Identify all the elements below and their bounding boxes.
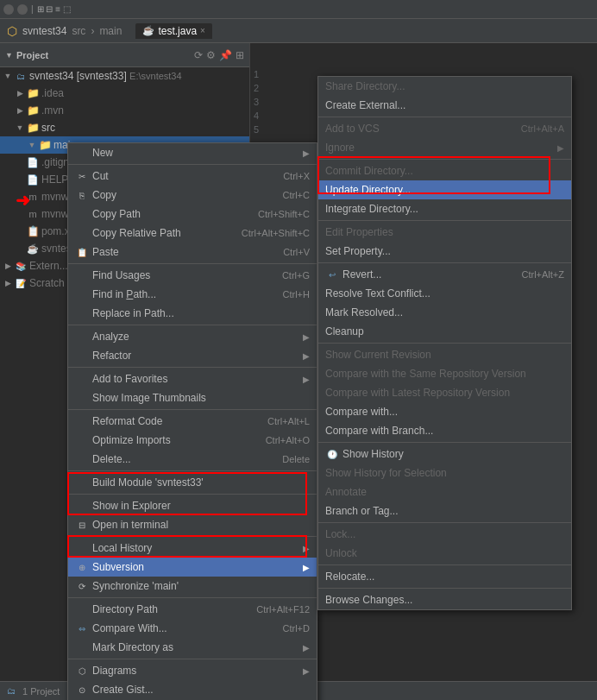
- menu-item-open-terminal[interactable]: ⊟ Open in terminal: [68, 515, 317, 534]
- menu-item-new[interactable]: New ▶: [68, 143, 317, 162]
- svn-menu-item-show-current-rev[interactable]: Show Current Revision: [318, 345, 571, 364]
- svn-menu-item-resolve-conflict[interactable]: Resolve Text Conflict...: [318, 284, 571, 303]
- svn-menu-item-add-vcs[interactable]: Add to VCS Ctrl+Alt+A: [318, 119, 571, 138]
- svn-sep-3: [318, 220, 571, 221]
- menu-item-subversion[interactable]: ⊕ Subversion ▶: [68, 558, 317, 577]
- menu-label-build: Build Module 'svntest33': [92, 476, 310, 489]
- menu-item-analyze[interactable]: Analyze ▶: [68, 327, 317, 346]
- svn-menu-item-edit-props[interactable]: Edit Properties: [318, 223, 571, 242]
- menu-item-refactor[interactable]: Refactor ▶: [68, 346, 317, 365]
- svn-menu-item-mark-resolved[interactable]: Mark Resolved...: [318, 303, 571, 322]
- menu-item-cut[interactable]: ✂ Cut Ctrl+X: [68, 167, 317, 186]
- svn-label-compare-same: Compare with the Same Repository Version: [325, 368, 564, 380]
- refactor-arrow: ▶: [303, 351, 310, 361]
- menu-item-dir-path[interactable]: Directory Path Ctrl+Alt+F12: [68, 600, 317, 619]
- favorites-icon: [75, 372, 89, 386]
- copy-path-icon: [75, 207, 89, 221]
- svn-menu-item-annotate[interactable]: Annotate: [318, 482, 571, 501]
- menu-item-compare-with[interactable]: ⇔ Compare With... Ctrl+D: [68, 619, 317, 638]
- build-icon: [75, 476, 89, 489]
- menu-item-find-usages[interactable]: Find Usages Ctrl+G: [68, 266, 317, 285]
- menu-item-find-path[interactable]: Find in Path... Ctrl+H: [68, 285, 317, 304]
- menu-item-reformat[interactable]: Reformat Code Ctrl+Alt+L: [68, 412, 317, 431]
- tree-label-mvnw: mvnw: [41, 191, 68, 203]
- subversion-arrow: ▶: [303, 563, 310, 572]
- svn-menu-item-relocate[interactable]: Relocate...: [318, 567, 571, 586]
- svn-label-resolve-conflict: Resolve Text Conflict...: [325, 287, 564, 300]
- toolbar-text: ⊞ ⊟ ≡ ⬚: [37, 4, 71, 14]
- svn-menu-item-commit[interactable]: Commit Directory...: [318, 161, 571, 180]
- menu-item-copy-relative[interactable]: Copy Relative Path Ctrl+Alt+Shift+C: [68, 224, 317, 243]
- menu-label-show-explorer: Show in Explorer: [92, 500, 310, 512]
- delete-icon: [75, 452, 89, 466]
- svn-menu-item-update[interactable]: Update Directory...: [318, 180, 571, 199]
- sep-2: [68, 263, 317, 264]
- menu-label-copy-relative: Copy Relative Path: [92, 227, 238, 239]
- svn-menu-item-set-property[interactable]: Set Property...: [318, 242, 571, 261]
- optimize-icon: [75, 433, 89, 447]
- svn-menu-item-browse-changes[interactable]: Browse Changes...: [318, 590, 571, 609]
- menu-item-delete[interactable]: Delete... Delete: [68, 450, 317, 469]
- dir-path-shortcut: Ctrl+Alt+F12: [256, 604, 310, 615]
- file-icon-gitignore: 📄: [26, 155, 40, 169]
- svn-menu-item-ignore[interactable]: Ignore ▶: [318, 138, 571, 157]
- subversion-icon: ⊕: [75, 560, 89, 574]
- menu-item-add-favorites[interactable]: Add to Favorites ▶: [68, 369, 317, 388]
- main-breadcrumb: main: [99, 25, 122, 37]
- svn-menu-item-branch-tag[interactable]: Branch or Tag...: [318, 501, 571, 520]
- svn-shortcut-add-vcs: Ctrl+Alt+A: [521, 123, 564, 134]
- expand-icon[interactable]: ⊞: [236, 49, 244, 61]
- svn-menu-item-share[interactable]: Share Directory...: [318, 77, 571, 96]
- file-icon-help: 📄: [26, 173, 40, 186]
- svn-menu-item-unlock[interactable]: Unlock: [318, 544, 571, 563]
- menu-item-build[interactable]: Build Module 'svntest33': [68, 473, 317, 492]
- svn-menu-item-compare-branch[interactable]: Compare with Branch...: [318, 421, 571, 440]
- svn-menu-item-compare-with2[interactable]: Compare with...: [318, 402, 571, 421]
- svntest-icon: ⬡: [7, 24, 17, 38]
- find-usages-shortcut: Ctrl+G: [282, 270, 310, 281]
- menu-label-replace-path: Replace in Path...: [92, 307, 310, 319]
- svn-label-branch-tag: Branch or Tag...: [325, 505, 564, 517]
- svn-menu-item-show-history-sel[interactable]: Show History for Selection: [318, 464, 571, 482]
- compare-icon: ⇔: [75, 621, 89, 635]
- menu-item-show-thumbnails[interactable]: Show Image Thumbnails: [68, 388, 317, 407]
- find-path-icon: [75, 287, 89, 301]
- menu-item-optimize[interactable]: Optimize Imports Ctrl+Alt+O: [68, 431, 317, 450]
- reformat-shortcut: Ctrl+Alt+L: [267, 416, 310, 426]
- tree-item-src[interactable]: ▼ 📁 src: [0, 119, 249, 136]
- menu-item-diagrams[interactable]: ⬡ Diagrams ▶: [68, 661, 317, 680]
- tree-item-idea[interactable]: ▶ 📁 .idea: [0, 85, 249, 102]
- svn-menu-item-cleanup[interactable]: Cleanup: [318, 322, 571, 341]
- svn-menu-item-lock[interactable]: Lock...: [318, 525, 571, 544]
- svn-sep-8: [318, 564, 571, 565]
- menu-item-paste[interactable]: 📋 Paste Ctrl+V: [68, 243, 317, 262]
- top-toolbar: | ⊞ ⊟ ≡ ⬚: [0, 0, 597, 19]
- file-icon-pom: 📋: [26, 224, 40, 238]
- svn-menu-item-revert[interactable]: ↩ Revert... Ctrl+Alt+Z: [318, 265, 571, 284]
- menu-label-reformat: Reformat Code: [92, 415, 264, 427]
- svn-menu-item-create-external[interactable]: Create External...: [318, 96, 571, 115]
- settings-icon[interactable]: ⚙: [206, 49, 216, 61]
- menu-item-mark-directory[interactable]: Mark Directory as ▶: [68, 638, 317, 657]
- tab-close-button[interactable]: ×: [200, 26, 205, 35]
- svn-menu-item-compare-same[interactable]: Compare with the Same Repository Version: [318, 364, 571, 383]
- sidebar-header-label: Project: [16, 50, 48, 60]
- pin-icon[interactable]: 📌: [219, 49, 232, 61]
- sync-icon[interactable]: ⟳: [194, 49, 203, 61]
- menu-item-copy[interactable]: ⎘ Copy Ctrl+C: [68, 186, 317, 205]
- sidebar-header: ▼ Project ⟳ ⚙ 📌 ⊞: [0, 43, 249, 67]
- menu-item-replace-path[interactable]: Replace in Path...: [68, 304, 317, 323]
- active-tab[interactable]: ☕ test.java ×: [135, 23, 212, 39]
- svn-menu-item-compare-latest[interactable]: Compare with Latest Repository Version: [318, 383, 571, 402]
- menu-item-local-history[interactable]: Local History ▶: [68, 539, 317, 558]
- svn-menu-item-show-history[interactable]: 🕐 Show History: [318, 445, 571, 464]
- menu-item-copy-path[interactable]: Copy Path Ctrl+Shift+C: [68, 205, 317, 224]
- tree-item[interactable]: ▼ 🗂 svntest34 [svntest33] E:\svntest34: [0, 67, 249, 85]
- tree-arrow: ▼: [3, 72, 12, 80]
- svn-menu-item-integrate[interactable]: Integrate Directory...: [318, 199, 571, 218]
- tree-item-mvn[interactable]: ▶ 📁 .mvn: [0, 102, 249, 119]
- find-path-shortcut: Ctrl+H: [283, 289, 310, 300]
- menu-item-create-gist[interactable]: ⊙ Create Gist...: [68, 680, 317, 699]
- menu-item-synchronize[interactable]: ⟳ Synchronize 'main': [68, 577, 317, 596]
- menu-item-show-explorer[interactable]: Show in Explorer: [68, 496, 317, 515]
